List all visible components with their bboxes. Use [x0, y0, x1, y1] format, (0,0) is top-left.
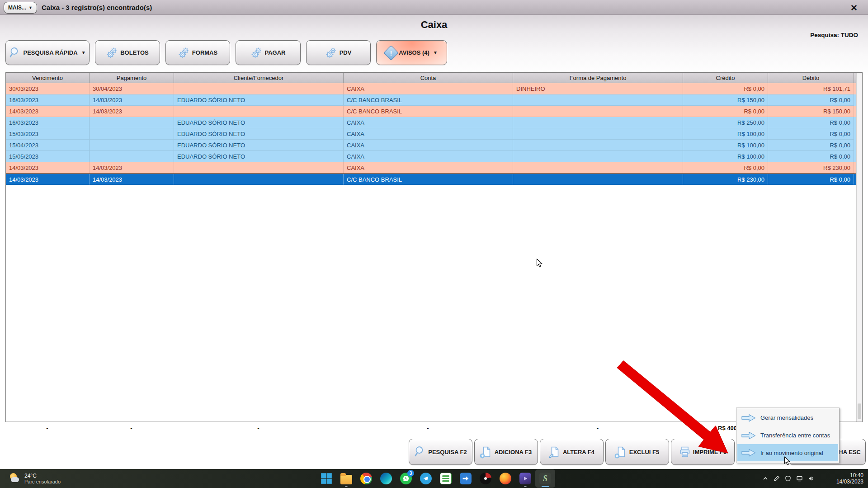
altera-f4-button[interactable]: ALTERA F4 — [540, 439, 604, 465]
imprime-f6-button[interactable]: IMPRIME F6 — [671, 439, 735, 465]
taskbar-app-video-editor[interactable] — [515, 469, 535, 488]
cell-conta: C/C BANCO BRASIL — [344, 94, 513, 106]
cell-debito: R$ 0,00 — [768, 174, 854, 185]
totals-row: - - - - - R$ 400,00 — [5, 425, 863, 432]
close-icon[interactable]: ✕ — [848, 2, 860, 14]
table-row[interactable]: 15/03/2023 EDUARDO SÓRIO NETO CAIXA R$ 1… — [6, 128, 862, 140]
clock-date: 14/03/2023 — [836, 479, 863, 485]
taskbar-app-media-player[interactable] — [476, 469, 495, 488]
column-header[interactable]: Débito — [768, 73, 854, 83]
tray-chevron-up-icon[interactable] — [762, 475, 769, 482]
pagar-button[interactable]: PAGAR — [236, 40, 301, 65]
magnifier-icon — [9, 47, 21, 59]
tray-volume-icon[interactable] — [808, 475, 815, 482]
mais-menu-button[interactable]: MAIS... ▼ — [4, 2, 37, 14]
window-titlebar: MAIS... ▼ Caixa - 3 registro(s) encontra… — [0, 0, 868, 15]
menu-item-gerar-mensalidades[interactable]: Gerar mensalidades — [737, 409, 838, 427]
taskbar-app-whatsapp[interactable]: 3 — [396, 469, 416, 488]
cell-pagamento — [90, 140, 174, 151]
tray-pen-icon[interactable] — [774, 475, 780, 482]
taskbar-apps: 3 — [316, 469, 555, 488]
taskbar-app-share[interactable] — [456, 469, 476, 488]
cell-debito: R$ 101,71 — [768, 83, 854, 94]
button-label: BOLETOS — [120, 49, 149, 56]
records-table: Vencimento Pagamento Cliente/Fornecedor … — [5, 72, 863, 422]
taskbar-app-chrome[interactable] — [356, 469, 376, 488]
cell-credito: R$ 100,00 — [683, 140, 768, 151]
avisos-button[interactable]: ! AVISOS (4) ▼ — [376, 40, 447, 65]
window-title: Caixa - 3 registro(s) encontrado(s) — [42, 0, 152, 15]
cell-debito: R$ 0,00 — [768, 128, 854, 140]
taskbar-start-button[interactable] — [316, 469, 336, 488]
cell-vencimento: 15/05/2023 — [6, 151, 90, 162]
column-header[interactable]: Vencimento — [6, 73, 90, 83]
table-row[interactable]: 16/03/2023 14/03/2023 EDUARDO SÓRIO NETO… — [6, 94, 862, 106]
cell-conta: CAIXA — [344, 162, 513, 174]
button-label: PESQUISA F2 — [428, 449, 467, 455]
tray-network-icon[interactable] — [796, 475, 803, 482]
cell-pagamento: 30/04/2023 — [90, 83, 174, 94]
pesquisa-f2-button[interactable]: PESQUISA F2 — [409, 439, 472, 465]
taskbar-weather-widget[interactable]: 24°C Parc ensolarado — [9, 469, 61, 488]
table-body: 30/03/2023 30/04/2023 CAIXA DINHEIRO R$ … — [6, 83, 862, 185]
table-row[interactable]: 30/03/2023 30/04/2023 CAIXA DINHEIRO R$ … — [6, 83, 862, 94]
table-row[interactable]: 14/03/2023 14/03/2023 C/C BANCO BRASIL R… — [6, 106, 862, 117]
taskbar: 24°C Parc ensolarado — [0, 469, 868, 488]
cell-forma-pagamento — [513, 140, 683, 151]
cell-conta: CAIXA — [344, 140, 513, 151]
cell-forma-pagamento — [513, 106, 683, 117]
column-header[interactable]: Pagamento — [90, 73, 174, 83]
exclui-f5-button[interactable]: EXCLUI F5 — [605, 439, 669, 465]
boletos-button[interactable]: BOLETOS — [95, 40, 160, 65]
table-row[interactable]: 16/03/2023 EDUARDO SÓRIO NETO CAIXA R$ 2… — [6, 117, 862, 128]
cell-conta: CAIXA — [344, 117, 513, 128]
cell-forma-pagamento — [513, 174, 683, 185]
cell-credito: R$ 230,00 — [683, 174, 768, 185]
table-row[interactable]: 15/05/2023 EDUARDO SÓRIO NETO CAIXA R$ 1… — [6, 151, 862, 162]
chevron-down-icon: ▼ — [28, 5, 33, 10]
quick-search-button[interactable]: PESQUISA RÁPIDA ▼ — [5, 40, 90, 65]
table-row[interactable]: 14/03/2023 14/03/2023 C/C BANCO BRASIL R… — [6, 174, 862, 185]
tray-shield-icon[interactable] — [785, 475, 791, 482]
cell-forma-pagamento — [513, 151, 683, 162]
telegram-icon — [420, 473, 432, 484]
column-header[interactable]: Crédito — [683, 73, 768, 83]
page-pencil-icon — [549, 446, 561, 458]
taskbar-app-notes[interactable] — [436, 469, 456, 488]
table-row[interactable]: 14/03/2023 14/03/2023 CAIXA R$ 0,00 R$ 2… — [6, 162, 862, 174]
button-label: EXCLUI F5 — [629, 449, 659, 455]
taskbar-app-erp-active[interactable]: S — [535, 469, 555, 488]
cell-conta: C/C BANCO BRASIL — [344, 174, 513, 185]
cell-forma-pagamento — [513, 128, 683, 140]
column-header[interactable]: Forma de Pagamento — [513, 73, 683, 83]
cell-credito: R$ 250,00 — [683, 117, 768, 128]
vertical-scrollbar[interactable] — [856, 73, 862, 422]
menu-item-ir-ao-movimento-original[interactable]: Ir ao movimento original — [737, 444, 838, 461]
taskbar-clock[interactable]: 10:40 14/03/2023 — [836, 469, 863, 488]
taskbar-app-telegram[interactable] — [416, 469, 436, 488]
cell-debito: R$ 0,00 — [768, 151, 854, 162]
pdv-button[interactable]: PDV — [306, 40, 371, 65]
cell-vencimento: 14/03/2023 — [6, 162, 90, 174]
formas-button[interactable]: FORMAS — [165, 40, 230, 65]
notes-icon — [440, 473, 452, 484]
page-title: Caixa — [0, 19, 868, 31]
adiciona-f3-button[interactable]: ADICIONA F3 — [474, 439, 538, 465]
column-header[interactable]: Cliente/Fornecedor — [174, 73, 344, 83]
column-header[interactable]: Conta — [344, 73, 513, 83]
table-row[interactable]: 15/04/2023 EDUARDO SÓRIO NETO CAIXA R$ 1… — [6, 140, 862, 151]
taskbar-app-firefox[interactable] — [495, 469, 515, 488]
cell-cliente — [174, 162, 344, 174]
video-editor-icon — [519, 473, 531, 484]
taskbar-app-file-explorer[interactable] — [336, 469, 356, 488]
system-tray — [762, 469, 815, 488]
total-pagamento: - — [89, 425, 174, 432]
page-plus-icon — [481, 446, 492, 458]
folder-icon — [340, 475, 352, 484]
taskbar-app-edge[interactable] — [376, 469, 396, 488]
menu-item-transferencia-entre-contas[interactable]: Transferência entre contas — [737, 427, 838, 444]
cell-cliente — [174, 106, 344, 117]
scrollbar-thumb[interactable] — [858, 404, 861, 419]
total-forma: - — [513, 425, 683, 432]
clock-time: 10:40 — [850, 472, 863, 479]
